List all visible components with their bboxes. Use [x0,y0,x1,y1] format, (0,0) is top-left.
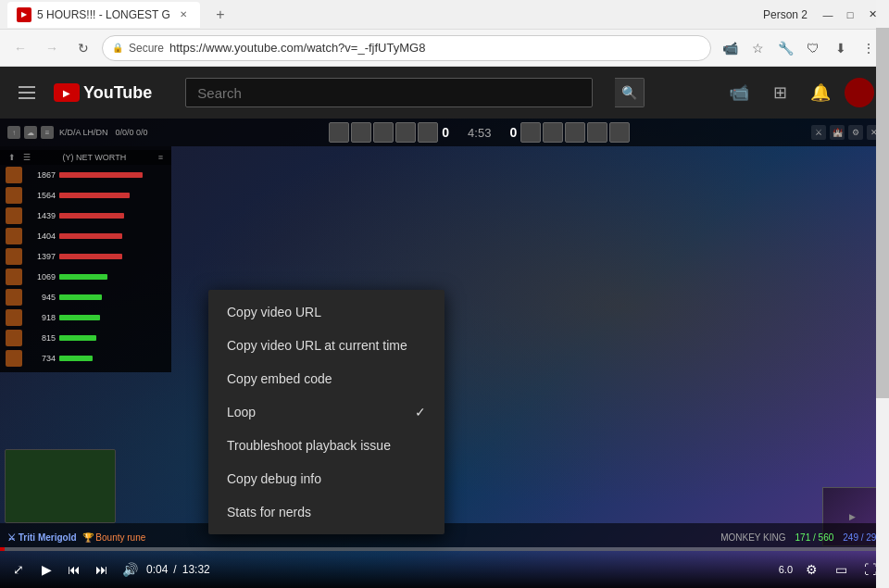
back-button[interactable]: ← [7,35,33,61]
menu-item-debug[interactable]: Copy debug info [208,462,444,495]
forward-button[interactable]: → [39,35,65,61]
apps-grid-icon[interactable]: ⊞ [763,76,796,109]
panel-tab-2[interactable]: ☰ [20,152,33,163]
refresh-button[interactable]: ↻ [70,35,96,61]
hero-icon-10 [609,122,630,143]
tab-favicon-icon [17,7,31,22]
expand-button[interactable]: ⤢ [7,558,30,581]
hud-right-icons: ⚔ 🏰 ⚙ ✕ [811,125,882,140]
player-avatar-7 [6,289,22,306]
menu-item-copy-url-time[interactable]: Copy video URL at current time [208,329,444,362]
toolbar-actions: 📹 ☆ 🔧 🛡 ⬇ ⋮ [717,35,882,61]
team-score-left: 0 [329,122,449,143]
score-row-6: 1069 [0,267,171,287]
score-val-7: 945 [26,293,56,302]
score-row-4: 1404 [0,226,171,246]
menu-item-copy-url[interactable]: Copy video URL [208,295,444,329]
new-tab-button[interactable]: + [207,2,233,28]
youtube-logo-text: YouTube [83,83,152,103]
notifications-icon[interactable]: 🔔 [804,76,837,109]
window-titlebar: 5 HOURS!!! - LONGEST G ✕ + Person 2 — □ … [0,0,889,30]
tab-title: 5 HOURS!!! - LONGEST G [37,8,170,21]
hud-mini-1: ⚔ [811,125,826,140]
play-button[interactable]: ▶ [35,558,57,581]
hero-name-label: MONKEY KING [720,532,785,543]
bookmark-icon[interactable]: ☆ [745,35,770,61]
score-bar-4 [59,233,122,239]
scoreboard-panel: ⬆ ☰ (Y) NET WORTH ≡ 1867 1564 1439 [0,146,171,372]
panel-tabs: ⬆ ☰ [6,152,33,163]
theater-mode-button[interactable]: ▭ [830,558,852,581]
youtube-header: YouTube 🔍 📹 ⊞ 🔔 [0,67,889,119]
score-val-5: 1397 [26,252,56,261]
secure-label: Secure [129,42,164,55]
video-controls: ⤢ ▶ ⏮ ⏭ 🔊 0:04 / 13:32 6.0 ⚙ ▭ ⛶ [0,551,889,588]
window-controls: Person 2 — □ ✕ [763,6,882,24]
score-bar-7 [59,294,102,300]
menu-item-stats[interactable]: Stats for nerds [208,495,444,529]
menu-item-loop[interactable]: Loop ✓ [208,395,444,429]
menu-item-troubleshoot[interactable]: Troubleshoot playback issue [208,429,444,462]
search-bar[interactable] [185,78,593,107]
tab-close-button[interactable]: ✕ [176,7,191,22]
browser-tab[interactable]: 5 HOURS!!! - LONGEST G ✕ [7,2,200,28]
address-bar[interactable]: 🔒 Secure https://www.youtube.com/watch?v… [102,35,711,61]
score-row-2: 1564 [0,185,171,206]
cast-icon[interactable]: 📹 [717,35,743,61]
minimap [5,449,116,523]
user-avatar[interactable] [845,78,874,107]
bar-container-6 [59,274,166,280]
browser-toolbar: ← → ↻ 🔒 Secure https://www.youtube.com/w… [0,30,889,67]
score-val-9: 815 [26,333,56,343]
score-val-6: 1069 [26,272,56,281]
score-bar-3 [59,213,124,219]
score-val-10: 734 [26,354,56,363]
menu-item-copy-url-time-label: Copy video URL at current time [227,338,407,353]
hud-stats: K/D/A LH/DN 0/0/0 0/0 [59,128,148,137]
score-bar-2 [59,193,130,198]
score-bar-6 [59,274,107,280]
hamburger-menu-button[interactable] [15,82,39,103]
context-menu: Copy video URL Copy video URL at current… [208,290,444,534]
prev-track-button[interactable]: ⏮ [63,558,85,581]
search-input[interactable] [197,85,581,101]
volume-button[interactable]: 🔊 [119,558,141,581]
score-val-3: 1439 [26,211,56,220]
download-icon[interactable]: ⬇ [828,35,854,61]
hud-icons-left: ↑ ☁ ≡ [7,126,54,139]
maximize-button[interactable]: □ [841,6,859,24]
team-score-right: 0 [509,122,630,143]
player-avatar-9 [6,330,22,346]
video-container[interactable]: ↑ ☁ ≡ K/D/A LH/DN 0/0/0 0/0 0 4:53 0 [0,119,889,588]
create-video-icon[interactable]: 📹 [722,76,756,109]
bar-container-5 [59,254,166,259]
hud-mini-3: ⚙ [848,125,863,140]
panel-list-icon[interactable]: ≡ [156,152,166,163]
score-row-9: 815 [0,328,171,348]
team-right-icons [520,122,630,143]
extensions-icon[interactable]: 🔧 [772,35,798,61]
secure-lock-icon: 🔒 [112,43,123,53]
player-avatar-3 [6,207,22,224]
page-scrollbar[interactable] [876,0,889,588]
hero-icon-9 [587,122,607,143]
next-track-button[interactable]: ⏭ [91,558,113,581]
loop-checkmark-icon: ✓ [415,405,426,419]
scrollbar-thumb[interactable] [876,28,889,398]
titlebar-left: 5 HOURS!!! - LONGEST G ✕ + [7,2,233,28]
menu-item-troubleshoot-label: Troubleshoot playback issue [227,438,391,453]
shield-icon[interactable]: 🛡 [800,35,826,61]
menu-item-copy-url-label: Copy video URL [227,305,321,319]
minimize-button[interactable]: — [819,6,837,24]
url-display[interactable]: https://www.youtube.com/watch?v=_-fjfUTy… [169,41,701,55]
panel-tab-1[interactable]: ⬆ [6,152,19,163]
header-actions: 📹 ⊞ 🔔 [722,76,874,109]
search-button[interactable]: 🔍 [615,78,645,107]
menu-item-copy-embed[interactable]: Copy embed code [208,362,444,395]
score-row-1: 1867 [0,165,171,185]
bar-container-8 [59,315,166,320]
settings-button[interactable]: ⚙ [800,558,822,581]
menu-item-copy-embed-label: Copy embed code [227,371,332,386]
youtube-logo[interactable]: YouTube [54,83,152,103]
quality-label: 6.0 [779,564,793,575]
